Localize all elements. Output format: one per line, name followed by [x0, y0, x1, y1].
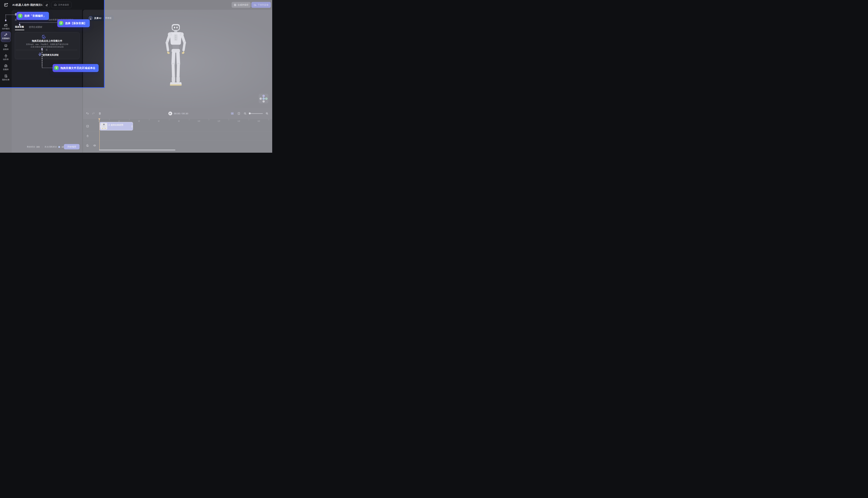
tutorial-dim-overlay: [105, 0, 272, 153]
sidebar-item-label: 音频编排: [2, 37, 10, 40]
app-window: A1机器人动作-我的项目1 文件未保存 合成并保存: [0, 0, 272, 153]
clapperboard-icon: [4, 24, 8, 27]
robot-head-icon: [89, 17, 92, 19]
sidebar-item-audio-arrange[interactable]: 音频编排: [0, 33, 12, 40]
tutorial-connector-1-dot: [5, 19, 7, 21]
tutorial-step-2-callout: 2 选择【添加音频】: [57, 19, 90, 27]
pencil-icon: [46, 4, 48, 6]
sparkles-icon: [4, 33, 8, 37]
upload-headline: 拖拽至此或点击上传音频文件: [15, 39, 79, 42]
robot-name-separator: |: [103, 17, 103, 19]
robot-face-icon: [4, 44, 8, 48]
sidebar-item-motion-mimic[interactable]: 动作模仿: [0, 24, 12, 30]
tutorial-connector-1-v: [5, 15, 6, 19]
step-3-text: 拖拽音频文件至此区域或单击: [61, 66, 95, 70]
sidebar-item-expression-library[interactable]: 表情库: [0, 44, 12, 51]
sidebar-item-audio-library[interactable]: 音频库: [0, 64, 12, 71]
sidebar-item-label: 表情库: [3, 48, 9, 51]
person-icon: [4, 54, 8, 57]
sidebar-item-label: 动作库: [3, 58, 9, 61]
step-1-badge: 1: [18, 14, 23, 18]
spotlight-border-bottom: [0, 87, 105, 88]
sidebar-item-my-tasks[interactable]: 我的任务: [0, 74, 12, 81]
app-logo-icon: [4, 3, 9, 7]
tutorial-connector-3-h: [42, 68, 53, 68]
sidebar-item-label: 我的任务: [2, 78, 10, 81]
sidebar-item-label: 音频库: [3, 68, 9, 71]
microphone-icon: [38, 52, 42, 56]
tutorial-dim-overlay: [0, 88, 105, 153]
step-3-badge: 3: [54, 66, 59, 70]
cloud-unsaved-icon: [54, 4, 57, 6]
mic-record-button[interactable]: 使用麦克风录制: [43, 53, 59, 56]
upload-sub-note: 注意:目前仅支持中文和英文语言的识别: [15, 45, 79, 48]
rename-button[interactable]: [43, 2, 50, 8]
tutorial-step-3-callout: 3 拖拽音频文件至此区域或单击: [53, 64, 99, 72]
divider-line-right: [50, 50, 77, 50]
sidebar-item-label: 动作模仿: [2, 27, 10, 30]
tutorial-connector-3-v: [42, 50, 42, 68]
tutorial-connector-3-dot: [41, 48, 43, 50]
divider-line-left: [16, 50, 44, 50]
tab-use-material[interactable]: 使用合成素材: [29, 26, 42, 29]
tutorial-connector-2-h: [20, 22, 57, 23]
robot-name: 灵犀X2: [94, 17, 101, 20]
step-2-text: 选择【添加音频】: [65, 22, 87, 25]
sidebar-item-motion-library[interactable]: 动作库: [0, 54, 12, 61]
tutorial-step-1-callout: 1 选择「音频编排」: [16, 12, 49, 20]
step-1-text: 选择「音频编排」: [24, 14, 46, 17]
tab-add-audio[interactable]: 添加音频: [15, 25, 24, 28]
file-status-button[interactable]: 文件未保存: [51, 2, 72, 8]
tab-active-underline: [15, 30, 24, 30]
tutorial-connector-2-dot: [19, 24, 20, 26]
music-box-icon: [4, 64, 8, 68]
tasks-clock-icon: [4, 74, 8, 78]
file-status-label: 文件未保存: [58, 3, 69, 6]
ai-music-upload-icon: [41, 34, 47, 39]
spotlight-border-right: [104, 0, 105, 88]
step-2-badge: 2: [59, 21, 63, 26]
tutorial-connector-1-h: [6, 15, 16, 15]
project-title: A1机器人动作-我的项目1: [12, 3, 42, 6]
upload-sub-formats: 支持mp3、wav、Flac格式，音频长度不超过5分钟: [15, 43, 79, 45]
divider-or-label: 或: [46, 49, 48, 51]
